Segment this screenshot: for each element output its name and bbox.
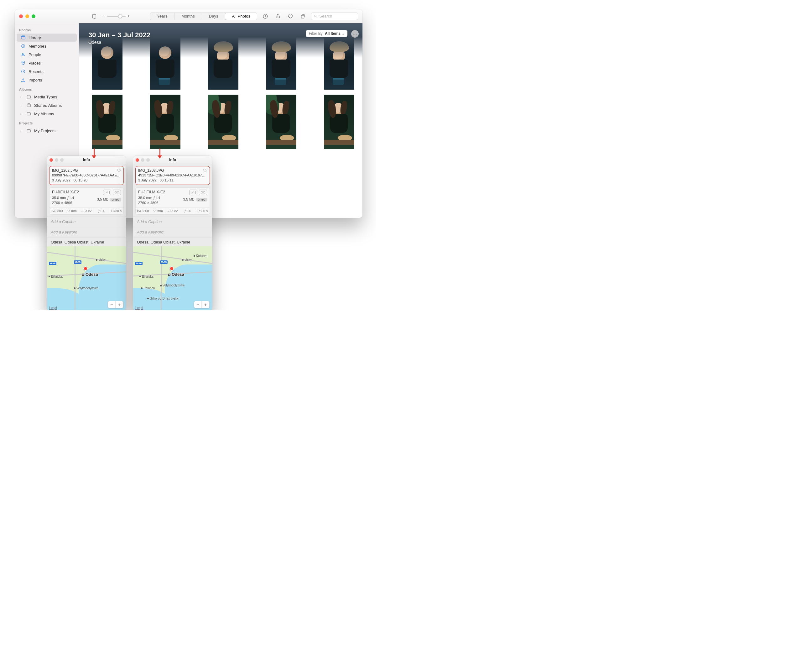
photo-thumbnail[interactable] — [92, 95, 123, 149]
tab-months[interactable]: Months — [174, 13, 202, 20]
map-town-label: Lisky — [182, 258, 192, 261]
people-icon — [20, 52, 26, 58]
photo-thumbnail[interactable] — [92, 23, 123, 26]
close-icon[interactable] — [136, 158, 139, 162]
close-icon[interactable] — [19, 14, 23, 18]
wb-badge-icon — [113, 189, 121, 195]
sidebar-item-shared-albums[interactable]: ›Shared Albums — [17, 101, 77, 109]
sidebar-item-media-types[interactable]: ›Media Types — [17, 93, 77, 101]
rotate-icon[interactable] — [299, 12, 307, 21]
search-input[interactable] — [311, 12, 358, 20]
more-options-button[interactable]: ··· — [351, 30, 359, 37]
svg-point-24 — [106, 192, 108, 193]
sidebar-item-my-albums[interactable]: ›My Albums — [17, 110, 77, 118]
filter-label: Filter By: — [309, 31, 324, 36]
aspect-icon[interactable] — [90, 12, 99, 21]
map-zoom-in[interactable]: + — [202, 301, 209, 308]
keyword-field[interactable]: Add a Keyword — [133, 227, 212, 237]
image-dimensions: 2760 × 4896 — [138, 201, 158, 205]
photo-thumbnail[interactable] — [150, 36, 181, 90]
sidebar-item-library[interactable]: Library — [17, 34, 77, 42]
info-panel-2: Info IMG_1203.JPG 4913715F-C2E0-4F69-823… — [133, 156, 212, 310]
photo-thumbnail[interactable] — [266, 23, 296, 26]
window-traffic-lights[interactable] — [19, 14, 35, 18]
map-zoom-out[interactable]: − — [194, 301, 202, 308]
minimize-icon[interactable] — [25, 14, 29, 18]
map-town-label: Koblevo — [194, 254, 208, 257]
photo-thumbnail[interactable] — [324, 95, 355, 149]
share-icon[interactable] — [273, 12, 282, 21]
map-zoom-in[interactable]: + — [116, 301, 123, 308]
sidebar-item-people[interactable]: People — [17, 51, 77, 59]
photo-thumbnail[interactable] — [150, 23, 181, 26]
photo-thumbnail[interactable] — [324, 23, 355, 26]
map-town-label: Biliaivka — [139, 275, 154, 278]
location-text: Odesa, Odesa Oblast, Ukraine — [47, 237, 126, 246]
caption-field[interactable]: Add a Caption — [133, 217, 212, 227]
sidebar-item-label: My Projects — [34, 129, 56, 133]
photo-thumbnail[interactable] — [266, 36, 296, 90]
chevron-right-icon: › — [20, 104, 24, 107]
tab-days[interactable]: Days — [202, 13, 226, 20]
favorite-icon[interactable] — [286, 12, 295, 21]
file-uuid: 099987FE-7E08-468C-B261-7A4E1AAEFA... — [52, 173, 121, 178]
fullscreen-icon[interactable] — [32, 14, 35, 18]
view-segmented-control[interactable]: Years Months Days All Photos — [150, 12, 257, 20]
svg-point-12 — [22, 53, 24, 54]
photo-thumbnail[interactable] — [208, 36, 238, 90]
chevron-right-icon: › — [20, 129, 24, 132]
tab-years[interactable]: Years — [150, 13, 174, 20]
sidebar-item-recents[interactable]: Recents — [17, 68, 77, 76]
svg-point-25 — [115, 191, 116, 193]
fullscreen-icon — [60, 158, 64, 162]
map-zoom-control[interactable]: −+ — [194, 301, 209, 308]
file-size: 3,5 MB — [97, 198, 108, 202]
svg-point-28 — [192, 192, 194, 193]
filter-dropdown[interactable]: Filter By: All Items ⌄ — [306, 30, 348, 37]
map-zoom-control[interactable]: −+ — [108, 301, 123, 308]
svg-rect-18 — [27, 104, 30, 104]
exif-iso: ISO 800 — [49, 208, 64, 214]
zoom-out-icon[interactable]: − — [103, 14, 105, 19]
favorite-icon[interactable] — [117, 168, 122, 173]
map-city-label: Odesa — [168, 272, 184, 277]
exif-focal: 53 mm — [64, 208, 79, 214]
photo-thumbnail[interactable] — [324, 36, 355, 90]
sidebar-item-my-projects[interactable]: ›My Projects — [17, 127, 77, 135]
info-icon[interactable] — [261, 12, 270, 21]
keyword-field[interactable]: Add a Keyword — [47, 227, 126, 237]
sidebar-item-imports[interactable]: Imports — [17, 76, 77, 84]
file-meta-block: IMG_1202.JPG 099987FE-7E08-468C-B261-7A4… — [49, 166, 124, 185]
caption-field[interactable]: Add a Caption — [47, 217, 126, 227]
zoom-slider[interactable]: − + — [103, 14, 130, 19]
search-field[interactable] — [319, 14, 355, 19]
sidebar-item-places[interactable]: Places — [17, 59, 77, 67]
panel-title: Info — [83, 157, 90, 162]
exif-aperture: ƒ1.4 — [94, 208, 109, 214]
close-icon[interactable] — [49, 158, 53, 162]
favorite-icon[interactable] — [203, 168, 208, 173]
chevron-right-icon: › — [20, 95, 24, 99]
map-town-label: Velykodolyns'ke — [160, 284, 185, 287]
photo-thumbnail[interactable] — [208, 95, 238, 149]
map-town-label: Palanca — [141, 286, 155, 290]
location-map[interactable]: M-16 M-05 Odesa Lisky Biliaivka Velykodo… — [47, 246, 126, 310]
svg-rect-10 — [22, 36, 24, 36]
sidebar-item-memories[interactable]: Memories — [17, 42, 77, 50]
photo-thumbnail[interactable] — [266, 95, 296, 149]
svg-rect-20 — [27, 112, 30, 113]
photo-thumbnail[interactable] — [208, 23, 238, 26]
map-zoom-out[interactable]: − — [108, 301, 116, 308]
tab-all-photos[interactable]: All Photos — [225, 12, 257, 20]
map-legal-link[interactable]: Legal — [135, 306, 143, 310]
file-datetime: 3 July 2022 06:15:11 — [138, 178, 207, 183]
file-uuid: 4913715F-C2E0-4F69-823C-FAA1916745B... — [138, 173, 207, 178]
map-legal-link[interactable]: Legal — [49, 306, 57, 310]
panel-titlebar[interactable]: Info — [47, 156, 126, 164]
panel-titlebar[interactable]: Info — [133, 156, 212, 164]
svg-rect-6 — [301, 15, 304, 18]
location-map[interactable]: M-16 M-05 Odesa Lisky Biliaivka Velykodo… — [133, 246, 212, 310]
zoom-in-icon[interactable]: + — [128, 14, 130, 19]
road-shield: M-05 — [160, 261, 167, 264]
photo-thumbnail[interactable] — [150, 95, 181, 149]
